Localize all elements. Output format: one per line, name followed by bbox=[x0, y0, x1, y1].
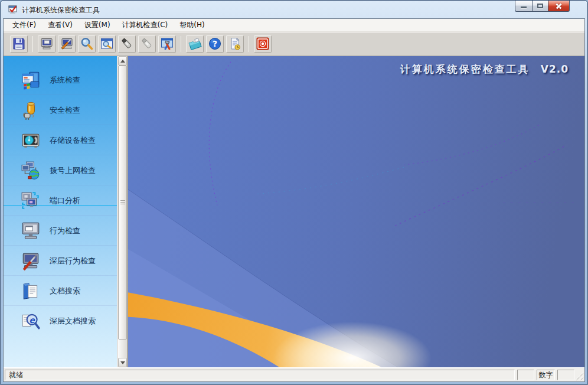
help-icon: ? bbox=[208, 37, 222, 51]
computer-check-icon bbox=[40, 37, 54, 51]
app-icon bbox=[8, 5, 18, 14]
client-area: 文件(F) 查看(V) 设置(M) 计算机检查(C) 帮助(H) bbox=[3, 18, 585, 382]
settings-button[interactable] bbox=[158, 35, 176, 53]
status-message-panel: 就绪 bbox=[5, 370, 515, 380]
status-message: 就绪 bbox=[9, 370, 23, 380]
sidebar-item-port-analysis[interactable]: 端口分析 bbox=[4, 185, 117, 216]
storage-check-icon bbox=[21, 130, 41, 151]
usb-check-button[interactable] bbox=[118, 35, 136, 53]
doc-search-icon bbox=[21, 281, 41, 301]
report-icon bbox=[228, 37, 242, 51]
sidebar-item-security-check[interactable]: 安全检查 bbox=[4, 95, 117, 125]
num-lock-indicator: 数字 bbox=[537, 370, 555, 380]
port-analysis-icon bbox=[21, 191, 41, 211]
sidebar-item-deep-doc-search[interactable]: e 深层文档搜索 bbox=[4, 306, 117, 336]
sidebar-item-doc-search[interactable]: 文档搜索 bbox=[4, 276, 117, 306]
sidebar-item-label: 行为检查 bbox=[50, 226, 80, 236]
minimize-icon bbox=[521, 6, 527, 8]
open-folder-button[interactable] bbox=[186, 35, 204, 53]
watermark-title: 计算机系统保密检查工具 V2.0 bbox=[400, 63, 569, 76]
behavior-check-button[interactable] bbox=[38, 35, 55, 53]
usb-device-icon bbox=[120, 37, 134, 51]
toolbar-separator bbox=[32, 36, 33, 52]
toolbar-separator bbox=[181, 36, 181, 52]
scroll-down-button[interactable] bbox=[118, 358, 127, 367]
selection-indicator-line bbox=[4, 205, 117, 205]
titlebar[interactable]: 计算机系统保密检查工具 bbox=[1, 1, 587, 18]
resize-grip[interactable] bbox=[575, 372, 583, 380]
sidebar-item-label: 深层行为检查 bbox=[50, 256, 96, 266]
triangle-up-icon bbox=[120, 60, 125, 63]
scroll-up-button[interactable] bbox=[118, 56, 127, 66]
num-lock-label: 数字 bbox=[539, 370, 553, 380]
content-area: 系统检查 安全检查 bbox=[4, 56, 584, 367]
minimize-button[interactable] bbox=[515, 1, 532, 12]
window-controls bbox=[515, 1, 570, 12]
report-button[interactable] bbox=[226, 35, 244, 53]
folder-icon bbox=[188, 37, 202, 51]
main-panel: 计算机系统保密检查工具 V2.0 bbox=[128, 56, 584, 367]
thumb-grip-icon bbox=[120, 200, 125, 205]
system-check-icon bbox=[21, 70, 41, 90]
usb-check-secondary-button[interactable] bbox=[138, 35, 156, 53]
sidebar-item-label: 深层文档搜索 bbox=[50, 316, 96, 327]
deep-doc-search-icon: e bbox=[21, 311, 41, 331]
sidebar-scrollbar[interactable] bbox=[117, 56, 128, 367]
computer-repair-icon bbox=[60, 37, 74, 51]
sidebar-item-label: 拨号上网检查 bbox=[50, 165, 96, 176]
statusbar: 就绪 数字 bbox=[4, 367, 584, 381]
exit-icon bbox=[256, 37, 270, 51]
scroll-thumb[interactable] bbox=[118, 66, 127, 340]
sidebar-item-label: 文档搜索 bbox=[50, 286, 80, 296]
status-empty-panel bbox=[517, 370, 534, 380]
sidebar-item-storage-check[interactable]: 存储设备检查 bbox=[4, 125, 117, 155]
dialup-check-icon bbox=[21, 161, 41, 181]
menu-settings[interactable]: 设置(M) bbox=[79, 18, 116, 32]
sidebar-item-label: 存储设备检查 bbox=[50, 135, 96, 146]
menu-computer-check[interactable]: 计算机检查(C) bbox=[116, 18, 174, 32]
window-title: 计算机系统保密检查工具 bbox=[22, 5, 100, 15]
sidebar-item-label: 系统检查 bbox=[50, 75, 80, 86]
sidebar-item-label: 端口分析 bbox=[50, 195, 80, 206]
sidebar-item-deep-behavior-check[interactable]: 深层行为检查 bbox=[4, 246, 117, 276]
menu-help[interactable]: 帮助(H) bbox=[174, 18, 210, 32]
exit-button[interactable] bbox=[254, 35, 272, 53]
save-icon bbox=[12, 37, 26, 51]
toolbar: ? bbox=[4, 32, 584, 56]
window-search-icon bbox=[100, 37, 114, 51]
menu-view[interactable]: 查看(V) bbox=[42, 18, 79, 32]
search-icon bbox=[80, 37, 94, 51]
watermark-version: V2.0 bbox=[541, 63, 569, 75]
help-button[interactable]: ? bbox=[206, 35, 224, 53]
deep-search-button[interactable] bbox=[98, 35, 116, 53]
usb-device-disabled-icon bbox=[140, 37, 154, 51]
deep-behavior-check-icon bbox=[21, 251, 41, 271]
close-icon bbox=[556, 3, 562, 9]
sidebar-item-behavior-check[interactable]: 行为检查 bbox=[4, 216, 117, 246]
app-window: 计算机系统保密检查工具 文件(F) 查看(V) 设置(M) 计算机检查(C) 帮… bbox=[0, 0, 588, 385]
save-button[interactable] bbox=[10, 35, 28, 53]
wallpaper-background bbox=[128, 56, 584, 367]
status-empty-panel bbox=[557, 370, 574, 380]
security-check-icon bbox=[21, 100, 41, 120]
search-button[interactable] bbox=[78, 35, 96, 53]
close-button[interactable] bbox=[548, 1, 570, 12]
svg-text:?: ? bbox=[213, 39, 217, 48]
maximize-button[interactable] bbox=[532, 1, 548, 12]
menubar: 文件(F) 查看(V) 设置(M) 计算机检查(C) 帮助(H) bbox=[4, 19, 584, 32]
settings-tools-icon bbox=[160, 37, 174, 51]
toolbar-separator bbox=[249, 36, 249, 52]
behavior-check-icon bbox=[21, 221, 41, 241]
triangle-down-icon bbox=[120, 361, 125, 364]
maximize-icon bbox=[537, 4, 543, 8]
sidebar-item-dialup-check[interactable]: 拨号上网检查 bbox=[4, 155, 117, 185]
watermark-text: 计算机系统保密检查工具 bbox=[400, 63, 530, 76]
sidebar-item-system-check[interactable]: 系统检查 bbox=[4, 65, 117, 95]
deep-behavior-check-button[interactable] bbox=[58, 35, 76, 53]
menu-file[interactable]: 文件(F) bbox=[6, 18, 42, 32]
sidebar: 系统检查 安全检查 bbox=[4, 56, 117, 367]
sidebar-item-label: 安全检查 bbox=[50, 105, 80, 116]
